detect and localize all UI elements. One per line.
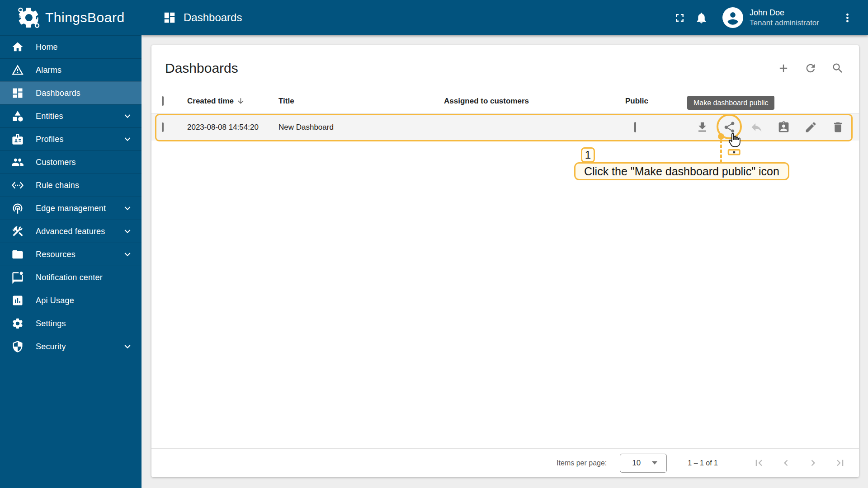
undo-icon xyxy=(750,121,763,134)
public-checkbox[interactable] xyxy=(634,122,636,132)
add-icon xyxy=(777,62,790,75)
make-dashboard-private-button xyxy=(746,117,766,137)
delete-dashboard-button[interactable] xyxy=(828,117,848,137)
app-logo[interactable]: ThingsBoard xyxy=(0,0,142,35)
card-title: Dashboards xyxy=(165,61,238,76)
user-info[interactable]: John Doe Tenant administrator xyxy=(750,8,819,28)
entities-icon xyxy=(11,110,24,122)
make-dashboard-public-button[interactable] xyxy=(719,117,739,137)
sidebar-item-customers[interactable]: Customers xyxy=(0,150,142,174)
more-vert-icon xyxy=(841,11,854,24)
rule-chains-icon xyxy=(11,179,24,192)
select-all-checkbox[interactable] xyxy=(162,96,164,106)
avatar[interactable] xyxy=(722,7,743,28)
search-button[interactable] xyxy=(829,59,847,77)
sidebar-nav: Home Alarms Dashboards Entities Profiles… xyxy=(0,35,142,358)
settings-icon xyxy=(11,317,24,330)
manage-assigned-customers-button[interactable] xyxy=(774,117,793,137)
row-title: New Dashboard xyxy=(278,123,444,132)
chevron-down-icon xyxy=(122,225,133,237)
sidebar-item-entities[interactable]: Entities xyxy=(0,104,142,127)
add-dashboard-button[interactable] xyxy=(774,59,793,77)
user-name: John Doe xyxy=(750,8,819,18)
delete-icon xyxy=(831,121,844,134)
row-actions xyxy=(692,117,859,137)
sidebar-item-api-usage[interactable]: Api Usage xyxy=(0,289,142,312)
column-header-created-time[interactable]: Created time xyxy=(187,97,278,106)
last-page-button[interactable] xyxy=(830,453,850,473)
search-icon xyxy=(831,62,844,75)
export-dashboard-button[interactable] xyxy=(692,117,712,137)
edit-dashboard-button[interactable] xyxy=(801,117,821,137)
sidebar-item-resources[interactable]: Resources xyxy=(0,243,142,266)
column-header-public[interactable]: Public xyxy=(625,97,692,106)
dashboards-icon xyxy=(163,11,176,24)
chevron-down-icon xyxy=(122,202,133,214)
row-checkbox[interactable] xyxy=(162,122,164,132)
resources-icon xyxy=(11,248,24,261)
topbar: Dashboards John Doe Tenant administrator xyxy=(142,0,868,35)
sidebar-item-security[interactable]: Security xyxy=(0,335,142,358)
next-page-button[interactable] xyxy=(803,453,823,473)
sidebar-item-settings[interactable]: Settings xyxy=(0,312,142,335)
dashboards-icon xyxy=(11,87,24,99)
row-created-time: 2023-08-08 14:54:20 xyxy=(187,123,278,132)
chevron-down-icon xyxy=(122,341,133,352)
notifications-icon xyxy=(695,11,708,24)
customers-icon xyxy=(11,156,24,169)
sidebar-item-alarms[interactable]: Alarms xyxy=(0,58,142,81)
paginator: Items per page: 10 1 – 1 of 1 xyxy=(151,448,859,477)
app-name: ThingsBoard xyxy=(45,10,125,25)
api-usage-icon xyxy=(11,294,24,307)
more-menu-button[interactable] xyxy=(836,7,858,28)
sidebar-item-dashboards[interactable]: Dashboards xyxy=(0,81,142,104)
chevron-left-icon xyxy=(780,457,792,469)
profiles-icon xyxy=(11,133,24,145)
advanced-features-icon xyxy=(11,225,24,238)
thingsboard-logo-icon xyxy=(17,6,41,29)
page-title: Dashboards xyxy=(184,11,242,24)
page-size-select[interactable]: 10 xyxy=(620,454,667,473)
sidebar-item-profiles[interactable]: Profiles xyxy=(0,127,142,150)
notification-center-icon xyxy=(11,271,24,284)
edit-icon xyxy=(804,121,817,134)
sidebar-item-advanced-features[interactable]: Advanced features xyxy=(0,220,142,243)
fullscreen-button[interactable] xyxy=(669,7,691,28)
notifications-button[interactable] xyxy=(691,7,712,28)
last-page-icon xyxy=(834,457,846,469)
sidebar-item-notification-center[interactable]: Notification center xyxy=(0,266,142,289)
column-header-title[interactable]: Title xyxy=(278,97,444,106)
table-header-row: Created time Title Assigned to customers… xyxy=(151,89,859,114)
page-size-value: 10 xyxy=(632,459,641,468)
security-icon xyxy=(11,340,24,353)
dropdown-caret-icon xyxy=(652,461,657,465)
breadcrumb: Dashboards xyxy=(163,11,242,24)
main-content: Dashboards Created time Title Assigned t… xyxy=(142,35,868,488)
share-icon xyxy=(723,121,736,134)
column-header-assigned[interactable]: Assigned to customers xyxy=(444,97,625,106)
sidebar-item-edge-management[interactable]: Edge management xyxy=(0,197,142,220)
download-icon xyxy=(696,121,709,134)
fullscreen-icon xyxy=(673,11,686,24)
chevron-down-icon xyxy=(122,133,133,145)
table-row[interactable]: 2023-08-08 14:54:20 New Dashboard xyxy=(151,114,859,141)
dashboards-card: Dashboards Created time Title Assigned t… xyxy=(151,45,859,477)
sidebar-item-rule-chains[interactable]: Rule chains xyxy=(0,174,142,197)
refresh-button[interactable] xyxy=(802,59,820,77)
alarms-icon xyxy=(11,64,24,76)
sidebar-item-home[interactable]: Home xyxy=(0,35,142,58)
home-icon xyxy=(11,41,24,53)
first-page-icon xyxy=(753,457,765,469)
sidebar: ThingsBoard Home Alarms Dashboards Entit… xyxy=(0,0,142,488)
chevron-right-icon xyxy=(807,457,819,469)
items-per-page-label: Items per page: xyxy=(557,459,607,467)
previous-page-button[interactable] xyxy=(776,453,796,473)
edge-management-icon xyxy=(11,202,24,215)
page-range: 1 – 1 of 1 xyxy=(688,459,718,467)
card-header: Dashboards xyxy=(151,45,859,89)
chevron-down-icon xyxy=(122,249,133,260)
refresh-icon xyxy=(804,62,817,75)
assigned-customers-icon xyxy=(777,121,790,134)
chevron-down-icon xyxy=(122,110,133,122)
first-page-button[interactable] xyxy=(749,453,769,473)
